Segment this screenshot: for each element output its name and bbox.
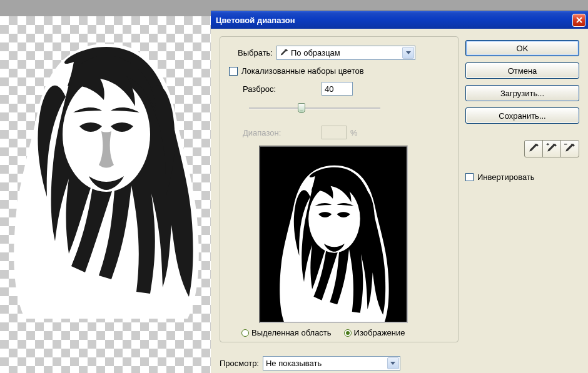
chevron-down-icon <box>402 47 414 59</box>
close-button[interactable] <box>572 14 585 27</box>
checkbox-box-icon <box>229 67 238 76</box>
dialog-titlebar[interactable]: Цветовой диапазон <box>211 11 588 29</box>
canvas-portrait-image <box>6 31 206 331</box>
chevron-down-icon <box>387 357 399 369</box>
selection-preview <box>259 146 408 323</box>
checkbox-box-icon <box>465 173 474 181</box>
radio-image-label: Изображение <box>354 328 405 337</box>
eyedropper-minus-icon <box>564 143 575 154</box>
select-mode-value: По образцам <box>291 46 340 59</box>
fuzziness-input[interactable] <box>322 82 353 96</box>
invert-label: Инвертировать <box>477 172 535 182</box>
svg-rect-3 <box>564 144 567 144</box>
dialog-title: Цветовой диапазон <box>216 16 572 25</box>
range-label: Диапазон: <box>243 128 318 137</box>
invert-checkbox[interactable]: Инвертировать <box>465 172 579 182</box>
select-mode-dropdown[interactable]: По образцам <box>276 46 415 60</box>
radio-dot-icon <box>241 329 249 337</box>
fuzziness-slider[interactable] <box>249 102 380 114</box>
preview-mode-value: Не показывать <box>266 357 322 370</box>
eyedropper-sample-button[interactable] <box>524 140 543 157</box>
preview-mode-dropdown[interactable]: Не показывать <box>263 356 400 371</box>
range-unit: % <box>350 128 358 137</box>
radio-image[interactable]: Изображение <box>344 328 405 337</box>
load-button[interactable]: Загрузить... <box>465 85 579 101</box>
eyedropper-subtract-button[interactable] <box>560 140 579 157</box>
select-label: Выбрать: <box>233 48 273 57</box>
eyedropper-toolbar <box>465 140 579 157</box>
slider-thumb-icon <box>298 103 305 113</box>
ok-button[interactable]: OK <box>465 40 579 56</box>
localized-colors-checkbox[interactable]: Локализованные наборы цветов <box>229 66 450 76</box>
selection-groupbox: Выбрать: По образцам Локализованные набо… <box>220 36 459 342</box>
eyedropper-icon <box>528 143 539 154</box>
eyedropper-plus-icon <box>546 143 557 154</box>
color-range-dialog: Цветовой диапазон Выбрать: По образцам Л <box>211 11 588 373</box>
radio-selection-area[interactable]: Выделенная область <box>241 328 332 337</box>
canvas-checker-area <box>0 16 211 373</box>
localized-colors-label: Локализованные наборы цветов <box>241 66 364 76</box>
preview-dropdown-label: Просмотр: <box>220 359 259 368</box>
save-button[interactable]: Сохранить... <box>465 107 579 124</box>
eyedropper-icon <box>280 49 288 57</box>
fuzziness-label: Разброс: <box>243 84 318 94</box>
preview-portrait-image <box>260 147 408 323</box>
cancel-button[interactable]: Отмена <box>465 62 579 79</box>
range-input <box>322 126 347 139</box>
radio-dot-icon <box>344 329 352 337</box>
radio-selection-label: Выделенная область <box>251 328 332 337</box>
svg-point-2 <box>308 185 360 253</box>
close-icon <box>576 17 582 23</box>
eyedropper-add-button[interactable] <box>542 140 561 157</box>
